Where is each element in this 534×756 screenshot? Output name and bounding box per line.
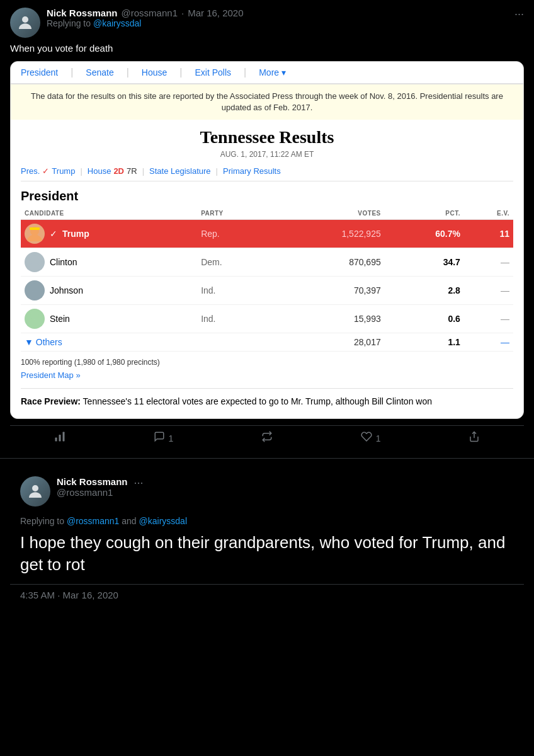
svg-point-0 <box>22 16 28 23</box>
party-trump: Rep. <box>197 220 270 248</box>
col-ev: E.V. <box>464 207 513 220</box>
replying-to-link-1[interactable]: @kairyssdal <box>93 18 141 28</box>
table-row-trump: ✓ Trump Rep. 1,522,925 60.7% 11 <box>21 220 513 248</box>
candidate-name-clinton: Clinton <box>50 257 77 267</box>
party-stein: Ind. <box>197 305 270 333</box>
section-title-president: President <box>21 189 513 203</box>
candidate-name-stein: Stein <box>50 314 70 324</box>
svg-point-4 <box>30 284 39 292</box>
votes-stein: 15,993 <box>270 305 384 333</box>
stats-btn[interactable] <box>54 431 65 445</box>
like-btn[interactable]: 1 <box>361 431 381 445</box>
svg-point-5 <box>30 312 39 321</box>
tweet-2-header: Nick Rossmann @rossmann1 ··· <box>10 466 524 510</box>
share-icon <box>469 431 480 445</box>
col-votes: VOTES <box>270 207 384 220</box>
table-row-others: ▼ Others 28,017 1.1 — <box>21 333 513 352</box>
ev-stein: — <box>464 305 513 333</box>
table-row-stein: Stein Ind. 15,993 0.6 — <box>21 305 513 333</box>
others-label: ▼ Others <box>25 337 62 347</box>
results-table: CANDIDATE PARTY VOTES PCT. E.V. <box>21 207 513 352</box>
breadcrumb-trump[interactable]: Trump <box>52 166 75 176</box>
tweet-1: Nick Rossmann @rossmann1 · Mar 16, 2020 … <box>0 0 534 459</box>
replying-to-link-2b[interactable]: @kairyssdal <box>139 516 187 526</box>
col-party: PARTY <box>197 207 270 220</box>
table-row-johnson: Johnson Ind. 70,397 2.8 — <box>21 277 513 305</box>
breadcrumb-state-leg[interactable]: State Legislature <box>149 166 211 176</box>
reply-count: 1 <box>169 433 174 444</box>
tweet-text-1: When you vote for death <box>10 42 524 55</box>
username-1[interactable]: @rossmann1 <box>122 8 178 18</box>
display-name-2: Nick Rossmann <box>57 476 128 487</box>
retweet-icon <box>261 431 273 445</box>
nav-exit-polls[interactable]: Exit Polls <box>195 67 231 77</box>
pct-others: 1.1 <box>385 333 464 352</box>
race-preview: Race Preview: Tennessee's 11 electoral v… <box>21 388 513 408</box>
ev-johnson: — <box>464 277 513 305</box>
avatar-stein <box>25 309 45 329</box>
votes-clinton: 870,695 <box>270 248 384 277</box>
col-pct: PCT. <box>385 207 464 220</box>
nav-senate[interactable]: Senate <box>86 67 113 77</box>
display-name-1: Nick Rossmann <box>47 8 118 18</box>
party-clinton: Dem. <box>197 248 270 277</box>
candidate-name-trump: Trump <box>62 229 89 239</box>
results-title: Tennessee Results <box>21 127 513 147</box>
candidate-name-johnson: Johnson <box>50 285 83 295</box>
tweet-2: Nick Rossmann @rossmann1 ··· Replying to… <box>0 459 534 615</box>
svg-rect-2 <box>30 227 40 230</box>
pct-stein: 0.6 <box>385 305 464 333</box>
ev-others: — <box>464 333 513 352</box>
disclaimer-box: The data for the results on this site ar… <box>11 84 523 120</box>
reply-icon <box>154 431 165 445</box>
election-card: President | Senate | House | Exit Polls … <box>10 61 524 419</box>
breadcrumb-row: Pres. ✓ Trump | House 2D 7R | State Legi… <box>21 166 513 181</box>
breadcrumb-house[interactable]: House <box>88 166 111 176</box>
ev-clinton: — <box>464 248 513 277</box>
avatar-1 <box>10 8 40 38</box>
stats-icon <box>54 431 65 445</box>
svg-rect-8 <box>62 432 64 442</box>
like-count: 1 <box>376 433 381 444</box>
col-candidate: CANDIDATE <box>21 207 197 220</box>
user-info-2: Nick Rossmann @rossmann1 <box>57 476 128 498</box>
svg-point-3 <box>30 255 39 264</box>
votes-trump: 1,522,925 <box>270 220 384 248</box>
pct-clinton: 34.7 <box>385 248 464 277</box>
table-row-clinton: Clinton Dem. 870,695 34.7 — <box>21 248 513 277</box>
retweet-btn[interactable] <box>261 431 273 445</box>
like-icon <box>361 431 372 445</box>
votes-johnson: 70,397 <box>270 277 384 305</box>
avatar-clinton <box>25 252 45 272</box>
pct-johnson: 2.8 <box>385 277 464 305</box>
tweet-1-actions: 1 1 <box>10 425 524 450</box>
big-tweet-text: I hope they cough on their grandparents,… <box>10 532 524 583</box>
more-options-2[interactable]: ··· <box>134 476 144 490</box>
ev-trump: 11 <box>464 220 513 248</box>
house-2d: 2D <box>113 166 124 176</box>
tweet-timestamp: 4:35 AM · Mar 16, 2020 <box>10 584 524 608</box>
nav-president[interactable]: President <box>21 67 58 77</box>
avatar-trump <box>25 224 45 244</box>
tweet-date-1: Mar 16, 2020 <box>188 8 243 18</box>
more-options-1[interactable]: ··· <box>514 8 524 21</box>
reply-btn[interactable]: 1 <box>154 431 174 445</box>
pct-trump: 60.7% <box>385 220 464 248</box>
president-map-link[interactable]: President Map » <box>21 370 81 380</box>
avatar-2 <box>20 476 50 507</box>
party-johnson: Ind. <box>197 277 270 305</box>
votes-others: 28,017 <box>270 333 384 352</box>
user-info-1: Nick Rossmann @rossmann1 · Mar 16, 2020 … <box>47 8 508 32</box>
avatar-johnson <box>25 280 45 301</box>
nav-more[interactable]: More ▾ <box>259 67 286 77</box>
replying-section-2: Replying to @rossmann1 and @kairyssdal <box>10 513 524 532</box>
breadcrumb-primary[interactable]: Primary Results <box>223 166 281 176</box>
replying-to-link-2a[interactable]: @rossmann1 <box>67 516 119 526</box>
nav-house[interactable]: House <box>142 67 167 77</box>
replying-to-1: Replying to @kairyssdal <box>47 18 508 28</box>
share-btn[interactable] <box>469 431 480 445</box>
tweet-1-header: Nick Rossmann @rossmann1 · Mar 16, 2020 … <box>10 8 524 38</box>
username-2[interactable]: @rossmann1 <box>57 487 128 498</box>
results-date: AUG. 1, 2017, 11:22 AM ET <box>21 150 513 159</box>
svg-point-10 <box>32 485 38 491</box>
